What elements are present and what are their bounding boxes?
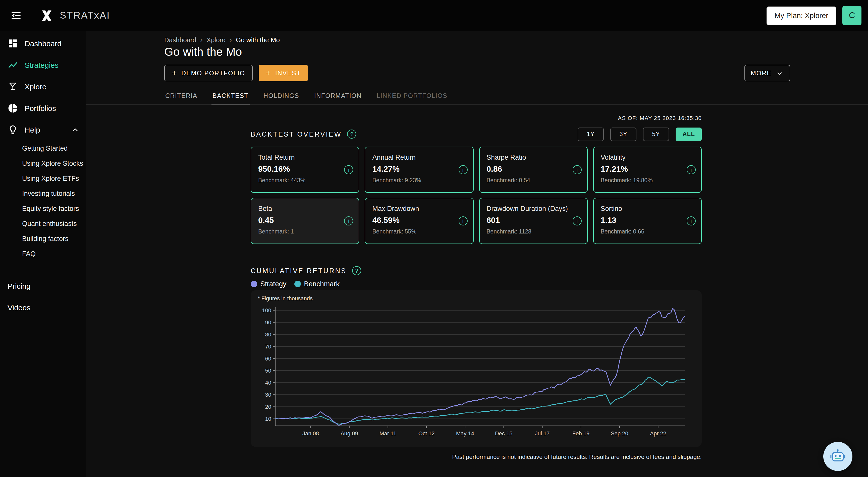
sidebar-subitem-quant-enthusiasts[interactable]: Quant enthusiasts: [0, 216, 86, 231]
sidebar-subitem-faq[interactable]: FAQ: [0, 246, 86, 261]
y-axis-ticks: [273, 310, 275, 419]
info-icon[interactable]: i: [687, 216, 696, 225]
breadcrumb-xplore[interactable]: Xplore: [207, 36, 225, 43]
svg-text:60: 60: [265, 355, 271, 362]
metric-value: 0.45: [258, 216, 342, 225]
sidebar-subitem-using-xplore-stocks[interactable]: Using Xplore Stocks: [0, 156, 86, 171]
info-icon[interactable]: i: [572, 165, 582, 174]
metric-benchmark: Benchmark: 1: [258, 228, 342, 234]
more-button[interactable]: MORE: [744, 65, 790, 81]
info-icon[interactable]: i: [344, 216, 353, 225]
my-plan-button[interactable]: My Plan: Xplorer: [767, 6, 836, 25]
demo-portfolio-button[interactable]: + DEMO PORTFOLIO: [164, 65, 253, 81]
svg-text:Aug 09: Aug 09: [341, 430, 358, 437]
breadcrumb-dashboard[interactable]: Dashboard: [164, 36, 196, 43]
dashboard-icon: [7, 38, 18, 49]
svg-text:Oct 12: Oct 12: [418, 430, 435, 437]
legend-item-benchmark[interactable]: Benchmark: [294, 280, 340, 288]
svg-text:Sep 20: Sep 20: [611, 430, 628, 437]
sidebar-subitem-using-xplore-etfs[interactable]: Using Xplore ETFs: [0, 171, 86, 186]
metric-benchmark: Benchmark: 0.54: [487, 177, 570, 183]
tab-criteria[interactable]: CRITERIA: [164, 86, 198, 105]
info-icon[interactable]: i: [687, 165, 696, 174]
period-3y-button[interactable]: 3Y: [610, 127, 637, 141]
metric-card-sortino[interactable]: Sortino 1.13 Benchmark: 0.66 i: [593, 198, 702, 244]
metric-card-max-drawdown[interactable]: Max Drawdown 46.59% Benchmark: 55% i: [365, 198, 474, 244]
y-axis-labels: 100 90 80 70 60 50 40 30 20 10: [262, 307, 271, 422]
sidebar-item-help[interactable]: Help: [0, 119, 86, 140]
svg-text:30: 30: [265, 392, 271, 398]
chatbot-button[interactable]: [823, 442, 852, 471]
brand[interactable]: STRATxAI: [39, 8, 110, 23]
svg-text:Mar 11: Mar 11: [379, 430, 396, 437]
help-circle-icon[interactable]: ?: [352, 266, 361, 275]
help-circle-icon[interactable]: ?: [347, 130, 356, 138]
info-icon[interactable]: i: [572, 216, 582, 225]
robot-icon: [829, 447, 847, 466]
avatar[interactable]: C: [842, 6, 862, 25]
metric-label: Max Drawdown: [372, 205, 456, 212]
sidebar-item-pricing[interactable]: Pricing: [0, 275, 86, 297]
info-icon[interactable]: i: [458, 216, 467, 225]
sidebar-item-portfolios[interactable]: Portfolios: [0, 97, 86, 119]
metric-benchmark: Benchmark: 1128: [487, 228, 570, 234]
svg-text:40: 40: [265, 380, 271, 386]
cumulative-returns-panel: * Figures in thousands: [251, 290, 702, 447]
cumulative-returns-chart[interactable]: 100 90 80 70 60 50 40 30 20 10: [251, 290, 702, 447]
topbar-right: My Plan: Xplorer C: [767, 6, 862, 25]
metric-benchmark: Benchmark: 55%: [372, 228, 456, 234]
svg-text:Dec 15: Dec 15: [495, 430, 513, 437]
sidebar-item-strategies[interactable]: Strategies: [0, 54, 86, 76]
invest-button[interactable]: + INVEST: [259, 65, 308, 81]
sidebar-subitem-investing-tutorials[interactable]: Investing tutorials: [0, 186, 86, 201]
tab-bar: CRITERIA BACKTEST HOLDINGS INFORMATION L…: [164, 86, 448, 105]
svg-text:Apr 22: Apr 22: [650, 430, 666, 437]
plus-icon: +: [266, 69, 271, 77]
sidebar-nav: Dashboard Strategies Xplore: [0, 31, 86, 318]
sidebar-subitem-getting-started[interactable]: Getting Started: [0, 140, 86, 156]
performance-disclaimer: Past performance is not indicative of fu…: [452, 453, 702, 460]
sidebar-item-xplore[interactable]: Xplore: [0, 76, 86, 97]
svg-text:80: 80: [265, 331, 271, 338]
sidebar-subitem-building-factors[interactable]: Building factors: [0, 231, 86, 246]
svg-text:May 14: May 14: [456, 430, 474, 437]
metric-label: Sortino: [601, 205, 684, 212]
metric-card-total-return[interactable]: Total Return 950.16% Benchmark: 443% i: [251, 147, 360, 193]
sidebar-divider: [0, 269, 86, 270]
tab-information[interactable]: INFORMATION: [313, 86, 363, 105]
info-icon[interactable]: i: [458, 165, 467, 174]
svg-text:90: 90: [265, 319, 271, 326]
sidebar-subitem-equity-style-factors[interactable]: Equity style factors: [0, 201, 86, 216]
menu-toggle-button[interactable]: [7, 6, 25, 25]
svg-text:10: 10: [265, 416, 271, 422]
metric-value: 0.86: [487, 165, 570, 174]
legend-item-strategy[interactable]: Strategy: [251, 280, 286, 288]
sidebar-footer: Pricing Videos: [0, 275, 86, 318]
action-buttons: + DEMO PORTFOLIO + INVEST: [164, 65, 308, 81]
svg-text:70: 70: [265, 344, 271, 350]
metric-card-sharpe-ratio[interactable]: Sharpe Ratio 0.86 Benchmark: 0.54 i: [479, 147, 588, 193]
invest-label: INVEST: [275, 69, 301, 76]
cumulative-returns-header: CUMULATIVE RETURNS ?: [251, 265, 361, 277]
sidebar-item-dashboard[interactable]: Dashboard: [0, 33, 86, 54]
info-icon[interactable]: i: [344, 165, 353, 174]
metric-card-volatility[interactable]: Volatility 17.21% Benchmark: 19.80% i: [593, 147, 702, 193]
tab-holdings[interactable]: HOLDINGS: [262, 86, 300, 105]
period-all-button[interactable]: ALL: [676, 127, 702, 141]
chart-legend: Strategy Benchmark: [251, 280, 340, 288]
app-root: STRATxAI My Plan: Xplorer C Dashboard St…: [0, 0, 868, 477]
plus-icon: +: [172, 69, 177, 77]
chart-gridlines: [275, 310, 685, 419]
breadcrumb-separator-icon: ›: [200, 36, 203, 44]
stratxai-logo-icon: [39, 8, 54, 23]
metric-card-drawdown-duration[interactable]: Drawdown Duration (Days) 601 Benchmark: …: [479, 198, 588, 244]
metric-card-annual-return[interactable]: Annual Return 14.27% Benchmark: 9.23% i: [365, 147, 474, 193]
portfolios-pie-icon: [7, 103, 18, 114]
period-1y-button[interactable]: 1Y: [578, 127, 604, 141]
sidebar-item-videos[interactable]: Videos: [0, 297, 86, 318]
metric-card-beta[interactable]: Beta 0.45 Benchmark: 1 i: [251, 198, 360, 244]
metric-value: 950.16%: [258, 165, 342, 174]
period-5y-button[interactable]: 5Y: [643, 127, 669, 141]
metric-benchmark: Benchmark: 443%: [258, 177, 342, 183]
tab-backtest[interactable]: BACKTEST: [212, 86, 249, 105]
